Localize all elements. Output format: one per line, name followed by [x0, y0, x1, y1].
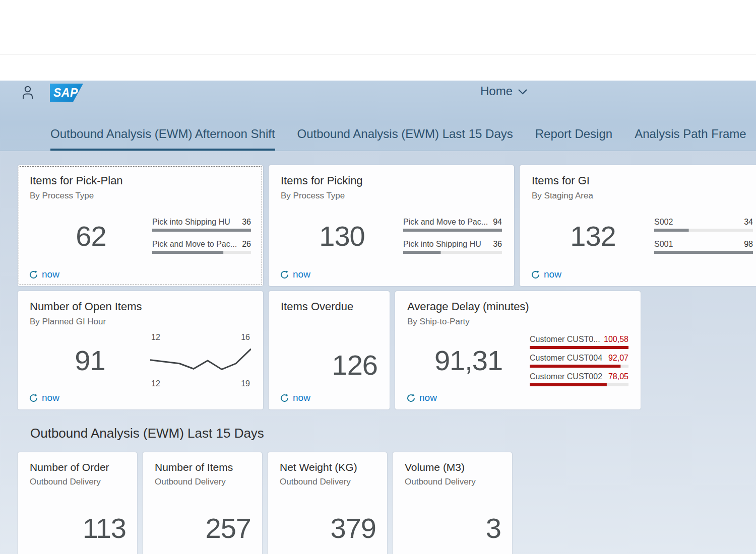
kpi-value: 3 — [486, 512, 501, 544]
tile-title: Volume (M3) — [405, 461, 500, 473]
refresh-label: now — [293, 392, 310, 403]
refresh-label: now — [419, 392, 437, 403]
tile-average-delay[interactable]: Average Delay (minutes) By Ship-to-Party… — [395, 291, 641, 409]
tile-title: Items Overdue — [281, 300, 377, 313]
bar-label: Customer CUST002 — [530, 372, 602, 381]
tile-subtitle: Outbound Delivery — [280, 477, 375, 487]
user-avatar-icon[interactable] — [21, 85, 34, 100]
refresh-icon — [29, 270, 38, 280]
tab-outbound-afternoon-shift[interactable]: Outbound Analysis (EWM) Afternoon Shift — [50, 127, 275, 151]
tile-subtitle: By Staging Area — [532, 191, 753, 201]
sparkline-chart: 12 16 12 19 — [150, 333, 251, 388]
refresh-now-link[interactable]: now — [29, 269, 59, 280]
refresh-label: now — [544, 269, 561, 280]
tile-subtitle: Outbound Delivery — [30, 477, 125, 487]
tile-subtitle: By Planned GI Hour — [30, 317, 251, 327]
tile-net-weight[interactable]: Net Weight (KG) Outbound Delivery 379 — [268, 452, 387, 554]
bar — [152, 229, 251, 232]
dashboard-content: Items for Pick-Plan By Process Type 62 P… — [0, 151, 756, 554]
bar-value: 36 — [242, 218, 251, 227]
comparison-bar-row: Pick into Shipping HU 36 — [152, 218, 251, 232]
bar-value: 26 — [242, 240, 251, 249]
tile-title: Items for Pick-Plan — [30, 174, 251, 187]
refresh-now-link[interactable]: now — [29, 392, 59, 403]
tile-number-of-order[interactable]: Number of Order Outbound Delivery 113 — [18, 452, 137, 554]
bar-value: 34 — [744, 218, 753, 227]
comparison-chart: Pick into Shipping HU 36 Pick and Move t… — [152, 218, 251, 254]
bar-label: Pick into Shipping HU — [152, 218, 230, 227]
bar-value: 36 — [493, 240, 502, 249]
tile-row-1: Items for Pick-Plan By Process Type 62 P… — [18, 165, 756, 286]
shell-header: SAP Home Outbound Analysis (EWM) Afterno… — [0, 81, 756, 151]
refresh-now-link[interactable]: now — [280, 269, 310, 280]
tile-title: Items for Picking — [281, 174, 502, 187]
tile-items-for-gi[interactable]: Items for GI By Staging Area 132 S002 34 — [520, 165, 756, 286]
section-title: Outbound Analysis (EWM) Last 15 Days — [30, 426, 756, 441]
tile-items-for-picking[interactable]: Items for Picking By Process Type 130 Pi… — [269, 165, 514, 286]
bar — [403, 251, 502, 254]
kpi-value: 257 — [206, 512, 251, 544]
kpi-value: 379 — [331, 512, 376, 544]
tile-subtitle: By Ship-to-Party — [407, 317, 628, 327]
home-label: Home — [480, 84, 513, 98]
spark-label-top-left: 12 — [151, 333, 160, 342]
tab-analysis-path-framework[interactable]: Analysis Path Frame — [635, 127, 746, 151]
tab-outbound-last-15-days[interactable]: Outbound Analysis (EWM) Last 15 Days — [297, 127, 513, 151]
chevron-down-icon — [518, 89, 528, 95]
comparison-chart: Customer CUST0... 100,58 Customer CUST00… — [530, 335, 628, 386]
tile-title: Items for GI — [532, 174, 753, 187]
refresh-now-link[interactable]: now — [406, 392, 437, 403]
bar-value: 98 — [744, 240, 753, 249]
home-menu-button[interactable]: Home — [480, 84, 528, 98]
kpi-value: 113 — [83, 512, 126, 544]
tile-volume[interactable]: Volume (M3) Outbound Delivery 3 — [393, 452, 512, 554]
bar — [654, 229, 753, 232]
bar-label: Customer CUST0... — [530, 335, 600, 344]
bar-value: 94 — [493, 218, 502, 227]
kpi-value: 91,31 — [407, 344, 530, 377]
refresh-now-link[interactable]: now — [280, 392, 310, 403]
comparison-bar-row: Customer CUST002 78,05 — [530, 372, 628, 386]
refresh-icon — [280, 270, 289, 280]
tab-bar: Outbound Analysis (EWM) Afternoon Shift … — [50, 127, 746, 151]
bar — [530, 365, 628, 368]
comparison-bar-row: Pick and Move to Pac... 26 — [152, 240, 251, 254]
spark-label-bottom-left: 12 — [151, 379, 160, 388]
tile-number-of-open-items[interactable]: Number of Open Items By Planned GI Hour … — [18, 291, 263, 409]
comparison-bar-row: Customer CUST004 92,07 — [530, 354, 628, 368]
tab-report-design[interactable]: Report Design — [535, 127, 612, 151]
refresh-icon — [406, 393, 416, 403]
refresh-label: now — [42, 269, 59, 280]
bar-label: Pick into Shipping HU — [403, 240, 481, 249]
tile-title: Number of Order — [30, 461, 125, 473]
refresh-now-link[interactable]: now — [531, 269, 561, 280]
tile-items-overdue[interactable]: Items Overdue 126 now — [269, 291, 390, 409]
tile-subtitle: By Process Type — [281, 191, 502, 201]
tile-title: Number of Items — [155, 461, 250, 473]
bar — [530, 346, 628, 349]
kpi-value: 91 — [30, 344, 150, 377]
refresh-label: now — [42, 392, 59, 403]
tile-items-for-pick-plan[interactable]: Items for Pick-Plan By Process Type 62 P… — [18, 165, 263, 286]
tile-subtitle: Outbound Delivery — [155, 477, 250, 487]
tile-number-of-items[interactable]: Number of Items Outbound Delivery 257 — [143, 452, 262, 554]
tile-row-2: Number of Open Items By Planned GI Hour … — [18, 291, 756, 409]
tile-subtitle: By Process Type — [30, 191, 251, 201]
comparison-bar-row: Customer CUST0... 100,58 — [530, 335, 628, 349]
refresh-icon — [531, 270, 540, 280]
bar-label: Customer CUST004 — [530, 354, 602, 363]
comparison-bar-row: S002 34 — [654, 218, 753, 232]
bar-label: S002 — [654, 218, 673, 227]
comparison-bar-row: S001 98 — [654, 240, 753, 254]
tile-title: Number of Open Items — [30, 300, 251, 313]
bar — [403, 229, 502, 232]
comparison-chart: S002 34 S001 98 — [654, 218, 753, 254]
bar-value: 92,07 — [608, 354, 628, 363]
comparison-bar-row: Pick into Shipping HU 36 — [403, 240, 502, 254]
tile-title: Average Delay (minutes) — [407, 300, 628, 313]
kpi-value: 130 — [281, 220, 403, 252]
comparison-bar-row: Pick and Move to Pac... 94 — [403, 218, 502, 232]
bar-label: S001 — [654, 240, 673, 249]
bar — [152, 251, 251, 254]
bar — [654, 251, 753, 254]
